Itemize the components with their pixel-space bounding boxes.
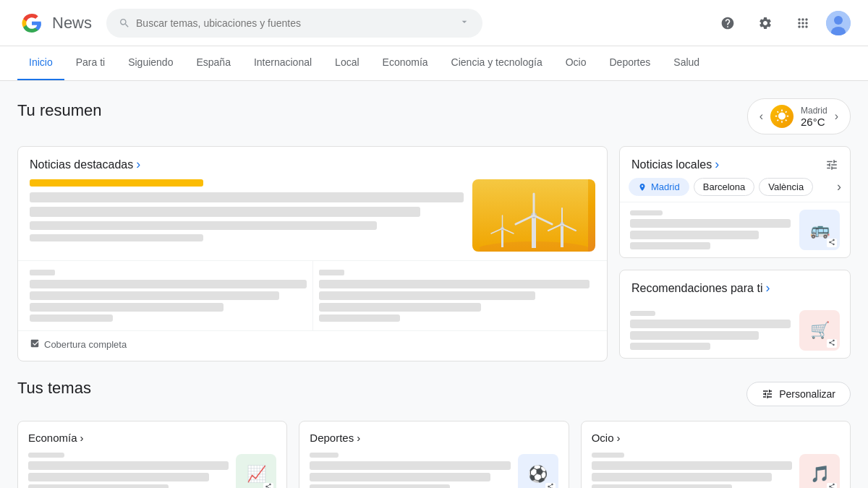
tab-valencia[interactable]: València: [759, 178, 813, 196]
economia-headline-3: [28, 484, 169, 488]
header-actions: [713, 9, 851, 38]
ocio-headline-3: [592, 484, 732, 488]
recomendaciones-title[interactable]: Recomendaciones para ti ›: [631, 281, 770, 296]
ocio-icon: 🎵: [810, 465, 830, 484]
tema-economia-text: [28, 453, 229, 488]
expand-search-icon[interactable]: [459, 16, 470, 30]
featured-news-main[interactable]: [18, 179, 607, 260]
news-headline-2: [30, 207, 420, 217]
nav-item-inicio[interactable]: Inicio: [17, 46, 64, 81]
cobertura-footer[interactable]: Cobertura completa: [18, 330, 607, 361]
recomendaciones-item-1[interactable]: 🛒: [620, 303, 850, 358]
settings-button[interactable]: [751, 9, 780, 38]
temas-grid: Economía › 📈: [17, 421, 851, 488]
cobertura-label: Cobertura completa: [44, 339, 127, 350]
news-time: [30, 234, 203, 241]
sub-news-headline-1b: [30, 291, 279, 300]
weather-prev-button[interactable]: ‹: [760, 110, 763, 123]
rec-news-text-1: [630, 311, 791, 350]
search-input[interactable]: [136, 17, 453, 29]
transport-icon: 🚌: [810, 221, 830, 239]
svg-rect-6: [532, 215, 536, 248]
apps-button[interactable]: [788, 9, 817, 38]
sub-news-row: [18, 260, 607, 330]
tema-card-economia[interactable]: Economía › 📈: [17, 421, 287, 488]
noticias-locales-card: Noticias locales › Madrid Barcelona Valè…: [619, 146, 851, 258]
sub-news-headline-2b: [319, 291, 535, 300]
rec-news-time-1: [630, 343, 710, 350]
tab-barcelona[interactable]: Barcelona: [694, 178, 755, 196]
nav-item-para-ti[interactable]: Para ti: [64, 46, 116, 81]
temas-title: Tus temas: [17, 379, 91, 398]
google-icon: [17, 9, 46, 38]
tema-ocio-news: 🎵: [592, 453, 840, 488]
tema-economia-arrow: ›: [80, 432, 84, 444]
share-icon-deportes: [545, 483, 556, 488]
sub-news-headline-2a: [319, 280, 590, 288]
noticias-destacadas-header: Noticias destacadas ›: [18, 147, 607, 179]
noticias-destacadas-title[interactable]: Noticias destacadas ›: [30, 157, 140, 172]
deportes-icon: ⚽: [528, 465, 548, 484]
news-label: News: [52, 14, 92, 33]
nav-item-salud[interactable]: Salud: [662, 46, 711, 81]
noticias-locales-arrow: ›: [715, 157, 719, 172]
resumen-grid: Noticias destacadas ›: [17, 146, 851, 361]
deportes-source: [310, 453, 339, 458]
tema-ocio-title[interactable]: Ocio ›: [592, 432, 621, 444]
tema-deportes-text: [310, 453, 510, 488]
tema-deportes-title[interactable]: Deportes ›: [310, 432, 360, 444]
share-icon-rec: [827, 339, 837, 348]
weather-icon: [770, 105, 793, 128]
nav-item-internacional[interactable]: Internacional: [242, 46, 323, 81]
noticias-locales-settings-button[interactable]: [825, 158, 838, 171]
right-column: Noticias locales › Madrid Barcelona Valè…: [619, 146, 851, 361]
economia-headline-2: [28, 473, 209, 481]
news-headline-1: [30, 192, 464, 202]
tab-madrid[interactable]: Madrid: [629, 178, 689, 196]
local-news-item-1[interactable]: 🚌: [620, 202, 850, 257]
tema-card-ocio[interactable]: Ocio › 🎵: [581, 421, 851, 488]
share-icon-1: [827, 239, 837, 247]
sub-news-source-1: [30, 270, 55, 275]
ocio-thumb: 🎵: [799, 454, 840, 488]
deportes-headline-2: [310, 473, 490, 481]
navigation: Inicio Para ti Siguiendo España Internac…: [0, 46, 868, 81]
main-content: Tu resumen ‹ Madrid 26°C › Noticias dest…: [0, 81, 868, 488]
nav-item-local[interactable]: Local: [323, 46, 370, 81]
economia-source: [28, 453, 64, 458]
tema-deportes-header: Deportes ›: [310, 432, 558, 444]
tema-ocio-label: Ocio: [592, 432, 614, 444]
avatar[interactable]: [826, 11, 851, 35]
nav-item-siguiendo[interactable]: Siguiendo: [116, 46, 184, 81]
weather-widget[interactable]: ‹ Madrid 26°C ›: [747, 98, 851, 134]
tabs-next-button[interactable]: ›: [837, 179, 841, 194]
local-news-source-1: [630, 210, 663, 215]
tema-economia-news: 📈: [28, 453, 276, 488]
rec-news-headline-1a: [630, 320, 791, 328]
tema-deportes-news: ⚽: [310, 453, 558, 488]
deportes-headline-1: [310, 461, 510, 470]
economia-icon: 📈: [247, 465, 266, 484]
logo[interactable]: News: [17, 9, 92, 38]
nav-item-espana[interactable]: España: [184, 46, 242, 81]
nav-item-ocio[interactable]: Ocio: [554, 46, 598, 81]
deportes-headline-3: [310, 484, 450, 488]
noticias-locales-title[interactable]: Noticias locales ›: [631, 157, 719, 172]
tema-economia-label: Economía: [28, 432, 77, 444]
sub-news-item-2[interactable]: [312, 261, 595, 330]
sub-news-item-1[interactable]: [30, 261, 312, 330]
tema-ocio-arrow: ›: [617, 432, 621, 444]
recomendaciones-card: Recomendaciones para ti › 🛒: [619, 270, 851, 359]
nav-item-deportes[interactable]: Deportes: [597, 46, 662, 81]
recomendaciones-header: Recomendaciones para ti ›: [620, 270, 850, 303]
nav-item-ciencia[interactable]: Ciencia y tecnología: [440, 46, 554, 81]
weather-next-button[interactable]: ›: [835, 110, 838, 123]
svg-rect-11: [561, 224, 563, 247]
personalizar-button[interactable]: Personalizar: [746, 382, 851, 406]
search-bar[interactable]: [106, 9, 482, 38]
tema-economia-title[interactable]: Economía ›: [28, 432, 84, 444]
nav-item-economia[interactable]: Economía: [371, 46, 440, 81]
help-button[interactable]: [713, 9, 742, 38]
weather-temp: 26°C: [801, 116, 827, 128]
tema-card-deportes[interactable]: Deportes › ⚽: [299, 421, 569, 488]
